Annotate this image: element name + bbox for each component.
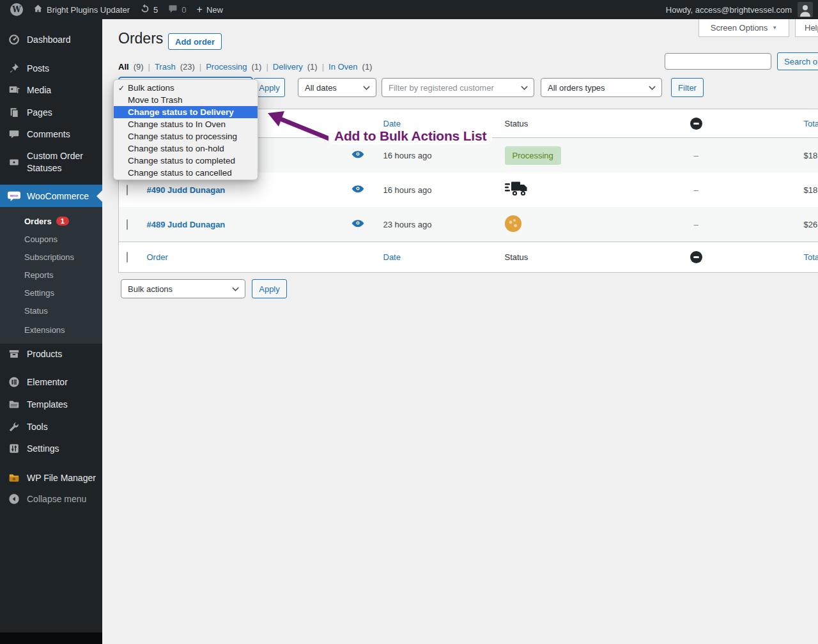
filter-link-in-oven[interactable]: In Oven: [328, 62, 358, 72]
dropdown-option-label: Move to Trash: [128, 95, 183, 105]
dropdown-option-change-status-completed[interactable]: Change status to completed: [114, 155, 258, 167]
submenu-item-coupons[interactable]: Coupons: [0, 230, 102, 248]
sidebar-item-media[interactable]: Media: [0, 79, 102, 101]
site-name-item[interactable]: Bright Plugins Updater: [28, 0, 135, 19]
sidebar-item-settings[interactable]: Settings: [0, 438, 102, 459]
wordpress-logo-icon: W: [10, 3, 23, 16]
wrench-icon: [8, 420, 20, 433]
filter-link-trash[interactable]: Trash: [155, 62, 176, 72]
date-filter-value: All dates: [305, 83, 337, 93]
submenu-item-extensions[interactable]: Extensions: [0, 321, 102, 339]
dropdown-option-change-status-on-hold[interactable]: Change status to on-hold: [114, 142, 258, 155]
bulk-actions-value: Bulk actions: [128, 284, 173, 294]
customer-filter-select[interactable]: Filter by registered customer: [382, 78, 534, 97]
comments-icon: [8, 128, 20, 141]
separator: |: [322, 62, 324, 72]
search-orders-button[interactable]: Search orders: [777, 52, 818, 70]
preview-eye-icon[interactable]: [351, 220, 364, 230]
apply-button-top[interactable]: Apply: [254, 78, 285, 97]
comment-bubble-icon: [168, 4, 178, 15]
dropdown-option-label: Change status to Delivery: [128, 107, 234, 117]
admin-sidebar: Dashboard Posts Media Pages Comments: [0, 19, 102, 644]
table-footer-row: Order Date Status Total: [119, 242, 818, 273]
updates-item[interactable]: 5: [135, 0, 163, 19]
preview-eye-icon[interactable]: [351, 151, 364, 161]
sidebar-item-wp-file-manager[interactable]: WP File Manager: [0, 467, 102, 489]
order-notes-icon: [690, 118, 702, 130]
updates-icon: [140, 4, 150, 15]
sidebar-item-products[interactable]: Products: [0, 343, 102, 365]
dropdown-option-move-to-trash[interactable]: Move to Trash: [114, 94, 258, 106]
filter-link-processing[interactable]: Processing: [206, 62, 247, 72]
search-orders-input[interactable]: [665, 53, 771, 70]
dropdown-option-label: Change status to on-hold: [128, 144, 224, 153]
sidebar-label: Comments: [27, 129, 70, 139]
sidebar-item-collapse-menu[interactable]: Collapse menu: [0, 488, 102, 510]
filter-link-delivery[interactable]: Delivery: [273, 62, 303, 72]
avatar[interactable]: [798, 2, 813, 17]
order-total: $26: [804, 220, 818, 229]
submenu-item-status[interactable]: Status: [0, 302, 102, 319]
status-header: Status: [505, 252, 529, 262]
dropdown-option-change-status-processing[interactable]: Change status to processing: [114, 130, 258, 142]
order-link[interactable]: #490 Judd Dunagan: [147, 185, 226, 195]
help-button[interactable]: Help: [795, 19, 818, 37]
screen-options-button[interactable]: Screen Options ▼: [698, 19, 789, 37]
wordpress-menu-item[interactable]: W: [5, 0, 28, 19]
annotation-arrow: [263, 109, 339, 145]
row-checkbox[interactable]: [127, 219, 128, 230]
add-order-button[interactable]: Add order: [168, 33, 222, 50]
submenu-item-subscriptions[interactable]: Subscriptions: [0, 248, 102, 266]
plus-icon: +: [197, 4, 203, 15]
order-link[interactable]: #489 Judd Dunagan: [147, 220, 226, 229]
filter-count: (9): [134, 62, 144, 72]
sort-date-header[interactable]: Date: [383, 252, 401, 262]
sidebar-item-comments[interactable]: Comments: [0, 123, 102, 145]
sidebar-item-pages[interactable]: Pages: [0, 102, 102, 123]
new-content-item[interactable]: + New: [192, 0, 228, 19]
filter-link-all[interactable]: All: [118, 62, 129, 72]
submenu-item-settings[interactable]: Settings: [0, 284, 102, 302]
sidebar-item-templates[interactable]: Templates: [0, 394, 102, 415]
sidebar-item-woocommerce[interactable]: woo WooCommerce: [0, 185, 102, 207]
sidebar-item-posts[interactable]: Posts: [0, 57, 102, 79]
sidebar-item-tools[interactable]: Tools: [0, 416, 102, 438]
filter-button[interactable]: Filter: [671, 78, 704, 97]
dropdown-option-change-status-delivery[interactable]: Change status to Delivery: [114, 106, 258, 118]
separator: |: [266, 62, 268, 72]
sort-total-header[interactable]: Total: [804, 119, 818, 128]
sidebar-item-elementor[interactable]: Elementor: [0, 371, 102, 393]
submenu-item-orders[interactable]: Orders 1: [0, 212, 102, 230]
dropdown-option-label: Change status to completed: [128, 156, 235, 165]
notes-dash: –: [693, 151, 698, 160]
order-type-filter-select[interactable]: All orders types: [541, 78, 662, 97]
howdy-text[interactable]: Howdy, access@brightvessel.com: [666, 5, 792, 15]
sidebar-label: Settings: [27, 443, 59, 454]
sidebar-item-dashboard[interactable]: Dashboard: [0, 29, 102, 50]
dropdown-option-change-status-cancelled[interactable]: Change status to cancelled: [114, 167, 258, 179]
pages-icon: [8, 106, 20, 119]
order-total: $18: [804, 151, 818, 160]
preview-eye-icon[interactable]: [351, 186, 364, 195]
sort-total-header[interactable]: Total: [804, 252, 818, 262]
row-checkbox[interactable]: [127, 185, 128, 195]
sort-order-header[interactable]: Order: [147, 252, 168, 262]
dropdown-option-bulk-actions[interactable]: ✓ Bulk actions: [114, 82, 258, 94]
apply-button-bottom[interactable]: Apply: [252, 279, 287, 298]
submenu-item-reports[interactable]: Reports: [0, 266, 102, 284]
sort-date-header[interactable]: Date: [383, 119, 401, 128]
order-status-filter-links: All (9) | Trash (23) | Processing (1) | …: [118, 62, 372, 72]
submenu-label: Status: [24, 306, 48, 316]
chevron-down-icon: [232, 287, 239, 291]
sidebar-item-custom-order-statuses[interactable]: Custom Order Statuses: [0, 146, 102, 179]
order-date: 16 hours ago: [383, 151, 432, 160]
select-all-checkbox[interactable]: [127, 252, 128, 263]
dropdown-option-change-status-in-oven[interactable]: Change status to In Oven: [114, 118, 258, 130]
comments-item[interactable]: 0: [163, 0, 191, 19]
comments-count: 0: [181, 5, 186, 15]
date-filter-select[interactable]: All dates: [298, 78, 376, 97]
bulk-actions-select-bottom[interactable]: Bulk actions: [121, 279, 245, 298]
pin-icon: [8, 62, 20, 75]
dropdown-option-label: Change status to processing: [128, 132, 237, 141]
notes-dash: –: [693, 220, 698, 229]
